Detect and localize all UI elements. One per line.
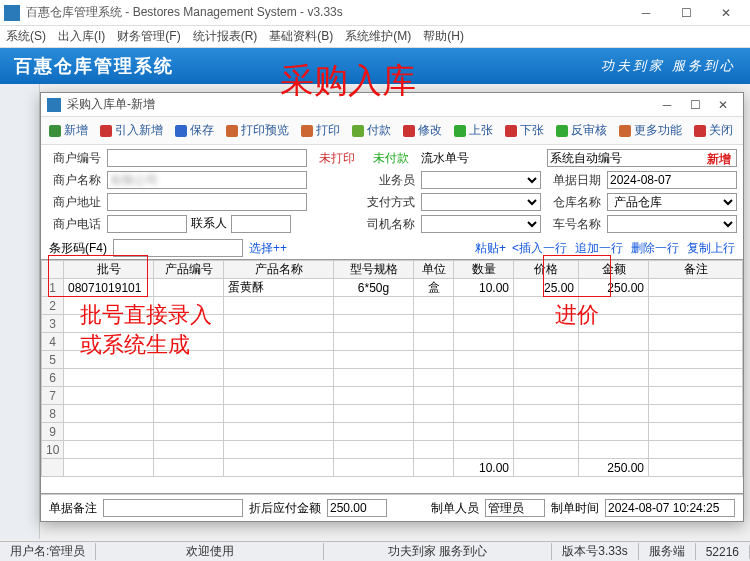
pay-select[interactable]	[421, 193, 541, 211]
tel-label: 商户电话	[49, 216, 101, 233]
car-select[interactable]	[607, 215, 737, 233]
next-button[interactable]: 下张	[501, 120, 548, 141]
mtime-input	[605, 499, 735, 517]
app-title: 百惠仓库管理系统 - Bestores Management System - …	[26, 4, 626, 21]
import-icon	[100, 125, 112, 137]
table-row[interactable]: 9	[42, 423, 743, 441]
import-button[interactable]: 引入新增	[96, 120, 167, 141]
save-button[interactable]: 保存	[171, 120, 218, 141]
tel-input[interactable]	[107, 215, 187, 233]
status-server: 52216	[696, 545, 750, 559]
up-icon	[454, 125, 466, 137]
total-qty: 10.00	[454, 459, 514, 477]
table-row[interactable]: 5	[42, 351, 743, 369]
more-icon	[619, 125, 631, 137]
menu-system[interactable]: 系统(S)	[6, 28, 46, 45]
table-row[interactable]: 108071019101蛋黄酥6*50g盒10.0025.00250.00	[42, 279, 743, 297]
table-row[interactable]: 4	[42, 333, 743, 351]
table-row[interactable]: 3	[42, 315, 743, 333]
col-batch[interactable]: 批号	[64, 261, 154, 279]
dialog-min-button[interactable]: ─	[653, 98, 681, 112]
table-row[interactable]: 10	[42, 441, 743, 459]
insert-row-link[interactable]: <插入一行	[512, 240, 567, 257]
pay-button[interactable]: 付款	[348, 120, 395, 141]
col-amt[interactable]: 金额	[579, 261, 649, 279]
total-amt: 250.00	[579, 459, 649, 477]
detail-grid[interactable]: 批号 产品编号 产品名称 型号规格 单位 数量 价格 金额 备注 1080710…	[41, 259, 743, 494]
copy-row-link[interactable]: 复制上行	[687, 240, 735, 257]
maximize-button[interactable]: ☐	[666, 2, 706, 24]
dialog-titlebar: 采购入库单-新增 ─ ☐ ✕	[41, 93, 743, 117]
note-input[interactable]	[103, 499, 243, 517]
dialog-close-button[interactable]: ✕	[709, 98, 737, 112]
status-version: 版本号3.33s	[552, 543, 638, 560]
barcode-label: 条形码(F4)	[49, 240, 107, 257]
warehouse-label: 仓库名称	[547, 194, 601, 211]
supplier-name-input[interactable]	[107, 171, 307, 189]
contact-input[interactable]	[231, 215, 291, 233]
salesman-select[interactable]	[421, 171, 541, 189]
date-input[interactable]	[607, 171, 737, 189]
anti-icon	[556, 125, 568, 137]
table-row[interactable]: 2	[42, 297, 743, 315]
col-code[interactable]: 产品编号	[154, 261, 224, 279]
plus-icon	[49, 125, 61, 137]
add-button[interactable]: 新增	[45, 120, 92, 141]
warehouse-select[interactable]: 产品仓库	[607, 193, 737, 211]
status-badge: 新增	[707, 151, 731, 168]
pay-label: 支付方式	[313, 194, 415, 211]
col-note[interactable]: 备注	[649, 261, 743, 279]
driver-select[interactable]	[421, 215, 541, 233]
supplier-name-label: 商户名称	[49, 172, 101, 189]
table-row[interactable]: 8	[42, 405, 743, 423]
addr-label: 商户地址	[49, 194, 101, 211]
col-price[interactable]: 价格	[514, 261, 579, 279]
discount-label: 折后应付金额	[249, 500, 321, 517]
table-row[interactable]: 6	[42, 369, 743, 387]
delete-row-link[interactable]: 删除一行	[631, 240, 679, 257]
preview-button[interactable]: 打印预览	[222, 120, 293, 141]
close-dialog-button[interactable]: 关闭	[690, 120, 737, 141]
col-unit[interactable]: 单位	[414, 261, 454, 279]
prev-button[interactable]: 上张	[450, 120, 497, 141]
sidebar	[0, 84, 40, 539]
pay-icon	[352, 125, 364, 137]
print-icon	[301, 125, 313, 137]
menu-io[interactable]: 出入库(I)	[58, 28, 105, 45]
anti-audit-button[interactable]: 反审核	[552, 120, 611, 141]
barcode-input[interactable]	[113, 239, 243, 257]
status-slogan: 功夫到家 服务到心	[324, 543, 552, 560]
preview-icon	[226, 125, 238, 137]
menu-maintain[interactable]: 系统维护(M)	[345, 28, 411, 45]
car-label: 车号名称	[547, 216, 601, 233]
menu-report[interactable]: 统计报表(R)	[193, 28, 258, 45]
menu-finance[interactable]: 财务管理(F)	[117, 28, 180, 45]
select-link[interactable]: 选择++	[249, 240, 287, 257]
col-name[interactable]: 产品名称	[224, 261, 334, 279]
dialog-title: 采购入库单-新增	[67, 96, 653, 113]
not-printed-flag: 未打印	[313, 150, 361, 167]
dialog-icon	[47, 98, 61, 112]
dialog-max-button[interactable]: ☐	[681, 98, 709, 112]
table-row[interactable]: 7	[42, 387, 743, 405]
menu-basic[interactable]: 基础资料(B)	[269, 28, 333, 45]
addr-input[interactable]	[107, 193, 307, 211]
banner: 百惠仓库管理系统 功夫到家 服务到心	[0, 48, 750, 84]
minimize-button[interactable]: ─	[626, 2, 666, 24]
discount-input[interactable]	[327, 499, 387, 517]
close-button[interactable]: ✕	[706, 2, 746, 24]
paste-link[interactable]: 粘贴+	[475, 240, 506, 257]
col-spec[interactable]: 型号规格	[334, 261, 414, 279]
edit-button[interactable]: 修改	[399, 120, 446, 141]
print-button[interactable]: 打印	[297, 120, 344, 141]
main-menubar: 系统(S) 出入库(I) 财务管理(F) 统计报表(R) 基础资料(B) 系统维…	[0, 26, 750, 48]
append-row-link[interactable]: 追加一行	[575, 240, 623, 257]
more-button[interactable]: 更多功能	[615, 120, 686, 141]
statusbar: 用户名:管理员 欢迎使用 功夫到家 服务到心 版本号3.33s 服务端 5221…	[0, 541, 750, 561]
supplier-no-input[interactable]	[107, 149, 307, 167]
app-icon	[4, 5, 20, 21]
col-qty[interactable]: 数量	[454, 261, 514, 279]
menu-help[interactable]: 帮助(H)	[423, 28, 464, 45]
note-label: 单据备注	[49, 500, 97, 517]
not-paid-flag: 未付款	[367, 150, 415, 167]
